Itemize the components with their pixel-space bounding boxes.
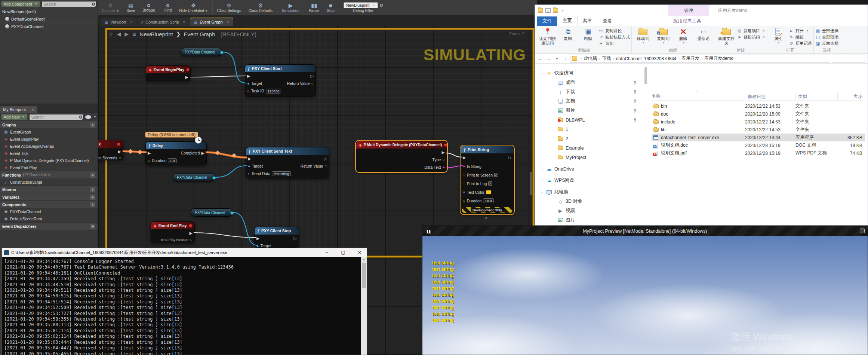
send-data-pin[interactable]: ◐ — [248, 172, 250, 176]
ribbon-item-编辑[interactable]: ✎编辑 — [789, 34, 812, 40]
nav-item-桌面[interactable]: 桌面 — [535, 78, 648, 87]
nav-item-1[interactable]: 1 — [535, 125, 648, 134]
toolbar-button-pause[interactable]: ▮▮Pause — [305, 0, 323, 15]
back-icon[interactable]: ◀ — [117, 31, 121, 37]
text-color-pin[interactable]: ● — [463, 190, 465, 194]
close-icon[interactable]: ✕ — [31, 108, 34, 112]
scrollbar-thumb[interactable] — [362, 263, 366, 288]
folder-icon[interactable] — [538, 8, 543, 13]
my-blueprint-tab[interactable]: My Blueprint✕ — [0, 106, 37, 113]
section-variables[interactable]: Variables+ — [0, 193, 98, 201]
exec-in-pin[interactable]: ▶ — [463, 156, 466, 160]
node-p-muit-dynamic-delegate[interactable]: ◈ P Muit Dynamic Delegate (PXYDataChanne… — [356, 141, 447, 172]
type-pin[interactable]: ○ — [442, 158, 445, 162]
object-pin[interactable] — [230, 211, 234, 215]
breadcrumb-segment-应用开发demo[interactable]: 应用开发demo — [704, 55, 733, 62]
ribbon-item-全部取消[interactable]: ▢全部取消 — [815, 34, 838, 40]
breadcrumb-segment-应用开发[interactable]: 应用开发 — [681, 55, 699, 62]
ribbon-item-轻松访问[interactable]: ➤轻松访问▼ — [737, 34, 765, 40]
back-icon[interactable]: ← — [537, 56, 544, 61]
window-button-icon[interactable] — [860, 229, 865, 233]
add-icon[interactable]: + — [90, 187, 95, 192]
forward-icon[interactable]: ▶ — [124, 31, 129, 37]
tree-item-event-end-play[interactable]: ◈Event End Play — [0, 164, 98, 171]
print-to-screen-checkbox[interactable]: ✓ — [494, 173, 498, 177]
node-print-string[interactable]: ƒ Print String ▶ ▷ ●In String ○Print to … — [461, 146, 514, 214]
column-date-modified[interactable]: 修改日期 — [745, 93, 795, 100]
nav-item-图片[interactable]: 图片 — [535, 106, 648, 115]
duration-pin[interactable]: ○ — [463, 199, 465, 203]
close-icon[interactable]: ✕ — [183, 20, 186, 24]
ribbon-button-属性[interactable]: ✓属性▼ — [769, 27, 788, 45]
task-id-pin[interactable]: ◐ — [247, 89, 250, 93]
exec-in-pin[interactable]: ▶ — [247, 74, 250, 78]
exec-in-pin[interactable]: ▶ — [148, 151, 151, 155]
console-output[interactable]: [2021-01-20 09:34:40:767] Console Logger… — [2, 257, 361, 355]
print-to-screen-pin[interactable]: ○ — [463, 173, 465, 177]
in-string-pin[interactable]: ● — [463, 164, 465, 168]
target-pin[interactable]: ● — [247, 82, 250, 86]
close-button[interactable]: ✕ — [353, 248, 367, 257]
tree-item-event-beginplay[interactable]: ◈Event BeginPlay — [0, 135, 98, 143]
my-blueprint-search[interactable] — [29, 114, 84, 120]
nav-item-3d-对象[interactable]: ◇3D 对象 — [535, 197, 648, 206]
ribbon-button-重命名[interactable]: ▭重命名 — [694, 27, 713, 41]
tree-item-eventgraph[interactable]: ▦EventGraph — [0, 128, 98, 135]
nav-item-myproject[interactable]: MyProject — [535, 153, 648, 162]
breadcrumb-root[interactable]: NewBlueprint — [140, 31, 173, 37]
tree-item-defaultsceneroot[interactable]: ◉DefaultSceneRoot — [0, 215, 98, 222]
add-icon[interactable]: + — [90, 172, 95, 178]
console-scrollbar[interactable]: ▲ — [361, 257, 367, 355]
ribbon-item-全部选择[interactable]: ▦全部选择 — [815, 28, 838, 34]
breadcrumb-segment-datachannel-1609320870844[interactable]: dataChannel_1609320870844 — [616, 56, 677, 61]
tab-home[interactable]: 主页 — [557, 16, 578, 26]
section-functions[interactable]: Functions(17 Overridable)+ — [0, 171, 98, 178]
nav-item-wps网盘[interactable]: ›☁WPS网盘 — [535, 176, 648, 185]
file-row-include[interactable]: include2020/12/22 14:53文件夹 — [652, 118, 865, 126]
node-pxy-client-send-text[interactable]: ƒ PXY Client Send Text ▶ ▷ ● Target Retu… — [246, 147, 329, 178]
preview-viewport[interactable]: test stringtest stringtest stringtest st… — [422, 236, 868, 355]
breadcrumb[interactable]: NewBlueprint ❯ Event Graph (READ-ONLY) — [140, 31, 256, 37]
tree-item-event-actorbeginoverlap[interactable]: ◈Event ActorBeginOverlap — [0, 143, 98, 150]
ribbon-item-粘贴快捷方式[interactable]: ↗粘贴快捷方式 — [598, 34, 630, 40]
components-search[interactable] — [41, 1, 96, 7]
target-pin[interactable]: ● — [248, 164, 250, 168]
chevron-down-icon[interactable]: ▼ — [561, 9, 564, 12]
node-delay[interactable]: ƒ Delay ▶ Completed▶ ○ Duration 1.0 — [145, 141, 207, 165]
print-to-log-checkbox[interactable]: ✓ — [488, 181, 492, 186]
breadcrumb-path[interactable]: ›此电脑›下载›dataChannel_1609320870844›应用开发›应… — [570, 55, 830, 63]
data-text-pin[interactable]: ● — [442, 165, 445, 169]
preview-title-bar[interactable]: u MyProject Preview [NetMode: Standalone… — [422, 226, 868, 236]
tab-event-graph[interactable]: ▦Event Graph✕ — [190, 18, 233, 26]
nav-item-example[interactable]: Example — [535, 143, 648, 153]
ribbon-button-移动到[interactable]: ←移动到▼ — [633, 27, 653, 45]
node-event-end-play[interactable]: ◈ Event End Play ▶ End Play Reason○ — [151, 221, 195, 243]
close-icon[interactable]: ✕ — [227, 20, 230, 24]
exec-out-pin[interactable]: ▷ — [311, 74, 314, 78]
duration-input[interactable]: 10.0 — [483, 198, 494, 203]
duration-pin[interactable]: ○ — [148, 159, 150, 163]
nav-item-快速访问[interactable]: ⌄★快速访问 — [535, 68, 648, 78]
breadcrumb-page[interactable]: Event Graph — [184, 31, 215, 37]
nav-item-视频[interactable]: ▶视频 — [535, 206, 648, 215]
end-play-reason-pin[interactable]: ○ — [190, 238, 193, 242]
add-icon[interactable]: + — [90, 195, 95, 200]
tab-file[interactable]: 文件 — [537, 16, 557, 26]
completed-exec-pin[interactable]: ▶ — [201, 151, 204, 155]
up-icon[interactable]: ↑ — [562, 56, 569, 61]
variable-node-pxydatachannel[interactable]: PXYData Channel — [173, 173, 215, 181]
add-icon[interactable]: + — [90, 202, 95, 207]
tree-item-event-tick[interactable]: ◈Event Tick — [0, 150, 98, 157]
ribbon-item-反向选择[interactable]: ◪反向选择 — [815, 40, 838, 46]
section-macros[interactable]: Macros+ — [0, 186, 98, 193]
ribbon-button-固定到快速访问[interactable]: 📍固定到快速访问 — [538, 27, 557, 45]
exec-in-pin[interactable]: ▶ — [248, 157, 251, 161]
object-pin[interactable] — [220, 51, 224, 54]
explorer-search-box[interactable] — [832, 55, 865, 63]
breadcrumb-segment-此电脑[interactable]: 此电脑 — [584, 55, 597, 62]
nav-item-此电脑[interactable]: ⌄此电脑 — [535, 187, 648, 197]
nav-item-dlbwpl[interactable]: DLBWPL — [535, 115, 648, 125]
return-value-pin[interactable]: ○ — [324, 164, 327, 168]
add-component-button[interactable]: Add Component▼ — [1, 1, 40, 7]
console-title-bar[interactable]: C:\Users\崔刘帅\Downloads\dataChannel_16093… — [2, 248, 367, 257]
